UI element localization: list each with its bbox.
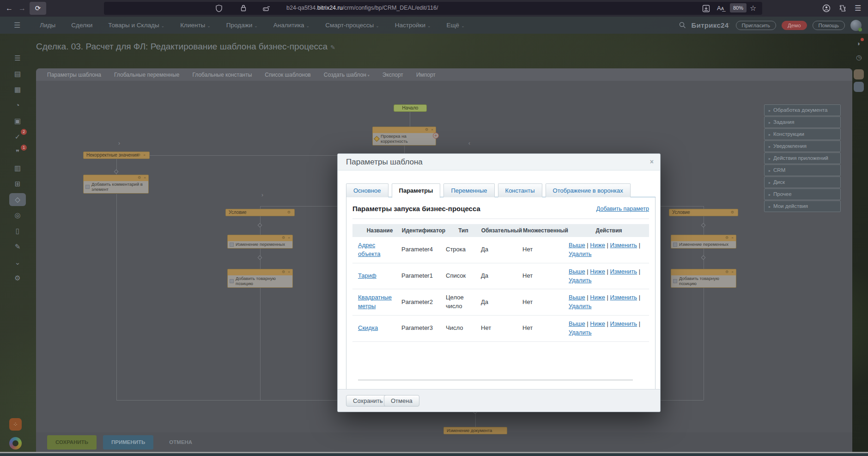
chevron-right-icon: ▸ (769, 109, 771, 113)
product-icon (673, 279, 677, 283)
action-link-Изменить[interactable]: Изменить (610, 268, 637, 275)
bookmark-star-icon[interactable]: ☆ (750, 5, 756, 12)
close-icon[interactable]: × (650, 158, 654, 165)
sidebar-group-CRM[interactable]: ▸CRM (764, 164, 841, 176)
bp-node-add-comment[interactable]: ⚙ × Добавить комментарий в элемент (83, 175, 149, 194)
action-link-Выше[interactable]: Выше (569, 294, 585, 301)
modal-save-button[interactable]: Сохранить (346, 395, 390, 407)
template-parameters-modal: Параметры шаблона × ОсновноеПараметрыПер… (337, 153, 661, 412)
bp-node-set-vars-left[interactable]: ⚙ × Изменение переменных (227, 235, 293, 249)
cell-name: Тариф (352, 263, 401, 289)
sidebar-group-Обработка документа[interactable]: ▸Обработка документа (764, 104, 841, 116)
cell-required: Да (481, 289, 522, 316)
chevron-right-icon: ▸ (769, 181, 771, 185)
action-link-Ниже[interactable]: Ниже (590, 294, 605, 301)
parameter-name-link[interactable]: Адрес объекта (358, 242, 380, 257)
modal-tab-Основное[interactable]: Основное (346, 183, 388, 197)
cell-actions: Выше | Ниже | Изменить | Удалить (569, 263, 649, 289)
node-settings-close-icons[interactable]: ⚙ × (725, 236, 734, 240)
modal-tab-Параметры[interactable]: Параметры (392, 183, 441, 198)
url-text: b24-qa5f34.bitrix24.ru/crm/configs/bp/CR… (286, 5, 438, 11)
bp-node-add-product-left[interactable]: ⚙ × Добавить товарную позицию (227, 269, 293, 288)
sidebar-group-Мои действия[interactable]: ▸Мои действия (764, 201, 841, 212)
column-header-Обязательный: Обязательный (481, 224, 522, 237)
sidebar-group-Задания[interactable]: ▸Задания (764, 116, 841, 128)
branch-toggle-icon[interactable]: › (118, 140, 120, 146)
chevron-right-icon: ▸ (769, 121, 771, 125)
node-settings-close-icons[interactable]: ⚙ × (138, 176, 147, 180)
action-link-Ниже[interactable]: Ниже (590, 320, 605, 327)
modal-tab-Отображение в воронках[interactable]: Отображение в воронках (546, 183, 631, 197)
permissions-icon[interactable] (263, 6, 270, 11)
action-link-Удалить[interactable]: Удалить (569, 277, 592, 284)
cell-identifier: Parameter2 (401, 289, 446, 316)
action-link-Выше[interactable]: Выше (569, 242, 585, 249)
node-settings-close-icons[interactable]: ⚙ × (725, 270, 734, 274)
sidebar-group-Уведомления[interactable]: ▸Уведомления (764, 140, 841, 152)
action-link-Выше[interactable]: Выше (569, 320, 585, 327)
cell-name: Квадратные метры (352, 289, 401, 316)
variables-icon (230, 243, 234, 247)
browser-reload-icon[interactable]: ⟳ (30, 2, 46, 15)
action-link-Удалить[interactable]: Удалить (569, 250, 592, 257)
tracking-shield-icon[interactable] (216, 5, 222, 12)
table-row: Квадратные метрыParameter2Целое числоДаН… (352, 289, 649, 316)
action-link-Изменить[interactable]: Изменить (610, 320, 637, 327)
branch-toggle-icon[interactable]: ‹ (468, 140, 470, 146)
parameter-name-link[interactable]: Скидка (358, 324, 378, 331)
question-diamond-icon (374, 136, 380, 142)
variables-icon (673, 243, 677, 247)
parameter-name-link[interactable]: Квадратные метры (358, 294, 392, 310)
parameter-name-link[interactable]: Тариф (358, 272, 376, 279)
sidebar-group-Диск[interactable]: ▸Диск (764, 176, 841, 188)
sidebar-group-Прочее[interactable]: ▸Прочее (764, 188, 841, 200)
bp-node-check[interactable]: ⚙ × Проверка на корректность + (372, 127, 436, 146)
bp-branch-invalid[interactable]: ⚙ ×Некорректные значения (83, 152, 150, 159)
bp-branch-condition-right[interactable]: ⚙Условие (669, 209, 738, 216)
sidebar-group-Действия приложений[interactable]: ▸Действия приложений (764, 152, 841, 164)
bp-node-set-vars-right[interactable]: ⚙ × Изменение переменных (671, 235, 736, 249)
browser-forward-icon[interactable]: → (18, 5, 26, 12)
bp-node-add-product-right[interactable]: ⚙ × Добавить товарную позицию (671, 269, 736, 288)
divider (352, 219, 649, 219)
lock-icon[interactable] (241, 5, 246, 12)
browser-menu-icon[interactable]: ☰ (855, 5, 861, 12)
modal-cancel-button[interactable]: Отмена (384, 395, 419, 407)
cell-multiple: Нет (522, 316, 569, 342)
action-link-Выше[interactable]: Выше (569, 268, 585, 275)
address-bar[interactable]: b24-qa5f34.bitrix24.ru/crm/configs/bp/CR… (104, 2, 762, 15)
action-link-Удалить[interactable]: Удалить (569, 303, 592, 310)
parameters-tab-panel: Параметры запуска бизнес-процесса Добави… (346, 197, 656, 390)
bp-branch-condition-left[interactable]: ⚙Условие (225, 209, 295, 216)
branch-toggle-icon[interactable]: › (261, 192, 263, 198)
zoom-level-badge[interactable]: 80% (730, 3, 747, 12)
translate-icon[interactable]: Aᴀ̲ (717, 5, 724, 11)
node-settings-close-icons[interactable]: ⚙ × (282, 236, 291, 240)
download-icon[interactable] (702, 5, 710, 12)
action-link-Ниже[interactable]: Ниже (590, 268, 605, 275)
bp-node-start[interactable]: Начало (394, 104, 427, 112)
action-link-Ниже[interactable]: Ниже (590, 242, 605, 249)
cell-type: Целое число (446, 289, 481, 316)
bp-node-edit-doc[interactable]: Изменение документа (443, 427, 507, 434)
modal-tab-Переменные[interactable]: Переменные (443, 183, 494, 197)
cell-identifier: Parameter1 (401, 263, 446, 289)
product-icon (230, 279, 234, 283)
add-parameter-link[interactable]: Добавить параметр (596, 206, 649, 212)
column-header-Название: Название (352, 224, 401, 237)
column-header-Множественный: Множественный (522, 224, 569, 237)
browser-back-icon[interactable]: ← (6, 5, 13, 12)
action-link-Изменить[interactable]: Изменить (610, 242, 637, 249)
action-link-Изменить[interactable]: Изменить (610, 294, 637, 301)
action-link-Удалить[interactable]: Удалить (569, 329, 592, 336)
add-action-icon[interactable]: + (433, 133, 439, 139)
node-settings-close-icons[interactable]: ⚙ × (425, 128, 434, 132)
node-settings-close-icons[interactable]: ⚙ × (282, 270, 291, 274)
modal-tab-Константы[interactable]: Константы (498, 183, 542, 197)
cell-type: Число (446, 316, 481, 342)
cell-type: Строка (446, 237, 481, 263)
account-icon[interactable] (822, 4, 831, 12)
extensions-puzzle-icon[interactable] (838, 4, 847, 12)
sidebar-group-Конструкции[interactable]: ▸Конструкции (764, 128, 841, 140)
resize-divider[interactable] (358, 380, 633, 380)
